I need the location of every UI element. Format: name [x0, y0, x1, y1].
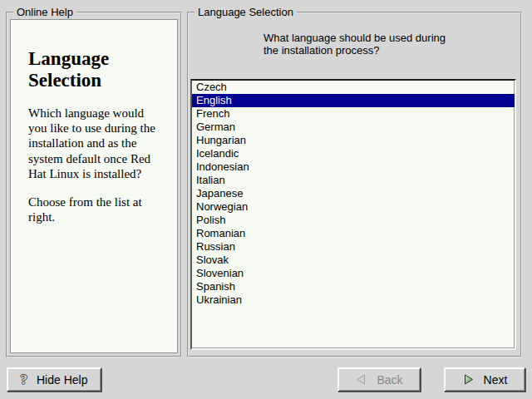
language-option[interactable]: Indonesian [192, 160, 515, 174]
language-option[interactable]: Italian [192, 174, 515, 187]
question-line: the installation process? [264, 44, 446, 57]
question-line: What language should be used during [264, 32, 446, 44]
language-option[interactable]: Polish [192, 214, 515, 227]
language-list[interactable]: CzechEnglishFrenchGermanHungarianIceland… [190, 79, 516, 350]
online-help-frame: Online Help Language Selection Which lan… [6, 12, 182, 357]
online-help-frame-label: Online Help [13, 6, 76, 18]
language-option[interactable]: German [192, 121, 515, 134]
question-text: What language should be used during the … [264, 32, 446, 57]
language-option[interactable]: Ukrainian [192, 293, 515, 307]
language-option[interactable]: Slovenian [192, 267, 515, 280]
language-option[interactable]: Slovak [192, 254, 515, 267]
next-button-label: Next [484, 373, 508, 387]
language-selection-frame: Language Selection What language should … [187, 12, 522, 357]
help-viewport: Language Selection Which language would … [10, 19, 178, 353]
language-selection-frame-label: Language Selection [195, 6, 297, 18]
back-button[interactable]: Back [337, 367, 421, 392]
arrow-right-icon [462, 373, 475, 386]
back-button-label: Back [377, 373, 402, 387]
language-option[interactable]: Czech [192, 81, 515, 94]
language-option[interactable]: Hungarian [192, 134, 515, 147]
language-option[interactable]: French [192, 107, 515, 121]
next-button[interactable]: Next [444, 367, 525, 392]
language-option[interactable]: Romanian [192, 227, 515, 240]
hide-help-button[interactable]: ? Hide Help [7, 367, 101, 392]
help-title: Language Selection [28, 48, 136, 91]
arrow-left-icon [355, 373, 367, 386]
language-option[interactable]: Russian [192, 240, 515, 254]
language-option[interactable]: English [192, 94, 515, 107]
help-paragraph: Choose from the list at right. [28, 195, 164, 225]
help-paragraph: Which language would you like to use dur… [28, 106, 164, 182]
help-content: Language Selection Which language would … [11, 20, 177, 225]
hide-help-button-label: Hide Help [37, 373, 87, 387]
language-option[interactable]: Icelandic [192, 147, 515, 160]
question-mark-icon: ? [21, 372, 28, 387]
language-option[interactable]: Norwegian [192, 200, 515, 214]
language-option[interactable]: Spanish [192, 280, 515, 293]
language-option[interactable]: Japanese [192, 187, 515, 200]
installer-window: Online Help Language Selection Which lan… [0, 0, 532, 399]
